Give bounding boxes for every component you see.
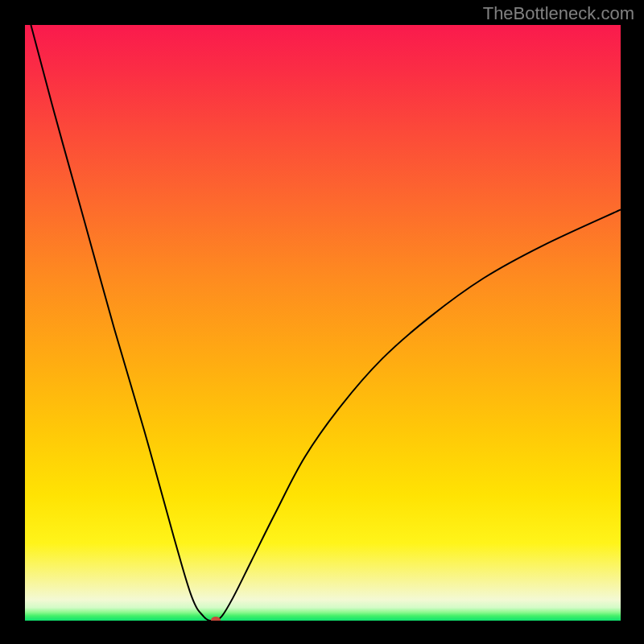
chart-container: TheBottleneck.com [0,0,644,644]
watermark-label: TheBottleneck.com [483,3,634,24]
marker-dot [211,617,221,621]
curve-path [31,25,621,621]
curve-layer [25,25,621,621]
plot-area [25,25,621,621]
